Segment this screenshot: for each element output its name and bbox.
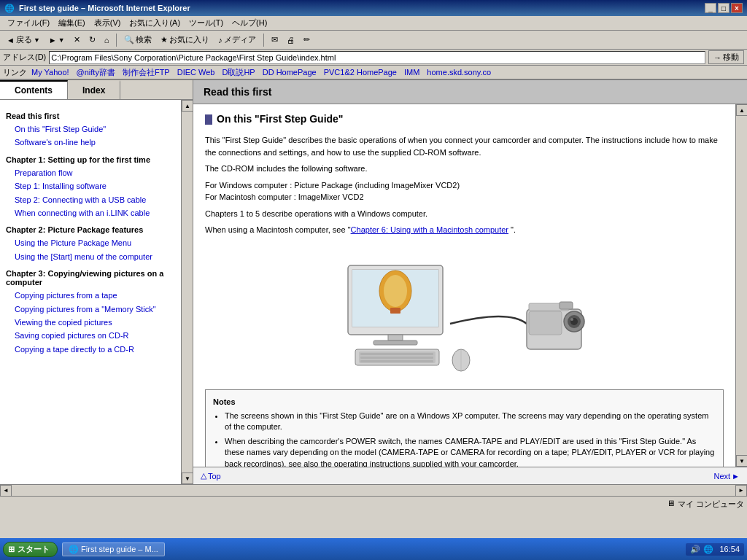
note-item-2: When describing the camcorder's POWER sw…	[225, 436, 716, 467]
edit-icon: ✏	[303, 35, 310, 44]
content-para-4: Chapters 1 to 5 describe operations with…	[205, 208, 724, 220]
menu-tools[interactable]: ツール(T)	[185, 16, 228, 30]
link-imm[interactable]: IMM	[401, 67, 422, 77]
heading-marker	[205, 114, 212, 125]
menu-edit[interactable]: 編集(E)	[54, 16, 90, 30]
refresh-icon: ↻	[89, 35, 96, 44]
sidebar-link-start-menu[interactable]: Using the [Start] menu of the computer	[6, 251, 175, 263]
sidebar-link-step2[interactable]: Step 2: Connecting with a USB cable	[6, 194, 175, 206]
favorites-button[interactable]: ★ お気に入り	[157, 32, 213, 47]
menu-favorites[interactable]: お気に入り(A)	[125, 16, 185, 30]
top-label: Top	[208, 472, 221, 481]
address-bar: アドレス(D) → 移動	[0, 50, 747, 66]
forward-button[interactable]: ► ▼	[45, 34, 69, 47]
sidebar-link-copy-tape[interactable]: Copying pictures from a tape	[6, 289, 175, 302]
sidebar-link-view-copied[interactable]: Viewing the copied pictures	[6, 316, 175, 329]
svg-rect-16	[529, 311, 562, 335]
back-button[interactable]: ◄ 戻る ▼	[3, 32, 44, 47]
status-bar: 🖥 マイ コンピュータ	[0, 496, 747, 512]
toolbar-separator-2	[263, 34, 264, 47]
search-icon: 🔍	[124, 35, 134, 44]
link-myyahoo[interactable]: My Yahoo!	[28, 67, 72, 77]
sidebar-scroll-up[interactable]: ▲	[182, 100, 193, 112]
sidebar-link-save-cdr[interactable]: Saving copied pictures on CD-R	[6, 330, 175, 342]
sidebar-link-on-guide[interactable]: On this "First Step Guide"	[6, 123, 175, 136]
minimize-button[interactable]: _	[705, 3, 716, 13]
svg-rect-7	[374, 341, 417, 345]
notes-title: Notes	[213, 396, 716, 408]
sidebar-scroll-track	[182, 112, 193, 472]
content-scroll-down[interactable]: ▼	[736, 455, 747, 467]
svg-point-4	[384, 275, 407, 307]
search-label: 検索	[136, 34, 152, 45]
refresh-button[interactable]: ↻	[85, 33, 99, 47]
sidebar-link-pkg-menu[interactable]: Using the Picture Package Menu	[6, 237, 175, 249]
sidebar-link-copy-cdr[interactable]: Copying a tape directly to a CD-R	[6, 343, 175, 356]
computer-label: マイ コンピュータ	[678, 499, 744, 510]
link-nifty[interactable]: @nifty辞書	[74, 66, 118, 79]
note-item-1: The screens shown in this "First Step Gu…	[225, 411, 716, 433]
h-scroll-left[interactable]: ◄	[0, 485, 12, 497]
content-area: Read this first On this "First Step Guid…	[193, 80, 747, 484]
sidebar-tabs: Contents Index	[0, 80, 193, 100]
toolbar: ◄ 戻る ▼ ► ▼ ✕ ↻ ⌂ 🔍 検索 ★ お気に入り ♪ メディア ✉ 🖨…	[0, 31, 747, 50]
macintosh-link[interactable]: Chapter 6: Using with a Macintosh comput…	[351, 225, 508, 234]
menu-bar: ファイル(F) 編集(E) 表示(V) お気に入り(A) ツール(T) ヘルプ(…	[0, 16, 747, 31]
menu-view[interactable]: 表示(V)	[90, 16, 125, 30]
content-para-3: For Windows computer : Picture Package (…	[205, 179, 724, 203]
address-label: アドレス(D)	[3, 52, 46, 63]
sidebar-link-step1[interactable]: Step 1: Installing software	[6, 180, 175, 192]
top-link[interactable]: △ Top	[201, 471, 221, 481]
search-button[interactable]: 🔍 検索	[120, 32, 155, 47]
link-seisaku[interactable]: 制作会社FTP	[120, 66, 173, 79]
links-label: リンク	[3, 67, 27, 78]
menu-file[interactable]: ファイル(F)	[3, 16, 54, 30]
back-dropdown[interactable]: ▼	[34, 36, 40, 44]
h-scroll-right[interactable]: ►	[735, 485, 747, 497]
link-pvc[interactable]: PVC1&2 HomePage	[321, 67, 400, 77]
home-button[interactable]: ⌂	[101, 34, 113, 47]
menu-help[interactable]: ヘルプ(H)	[228, 16, 271, 30]
link-diec[interactable]: DIEC Web	[174, 67, 218, 77]
title-bar: 🌐 First step guide – Microsoft Internet …	[0, 0, 747, 16]
link-dtori[interactable]: D取説HP	[219, 66, 258, 79]
media-button[interactable]: ♪ メディア	[214, 32, 260, 47]
sidebar-link-prep-flow[interactable]: Preparation flow	[6, 167, 175, 179]
notes-list: The screens shown in this "First Step Gu…	[213, 411, 716, 467]
sidebar-section-chapter3: Chapter 3: Copying/viewing pictures on a…	[6, 269, 175, 287]
content-heading: On this "First Step Guide"	[205, 112, 724, 127]
sidebar-section-chapter1: Chapter 1: Setting up for the first time	[6, 155, 175, 164]
link-dd[interactable]: DD HomePage	[260, 67, 320, 77]
window-title: First step guide – Microsoft Internet Ex…	[19, 4, 190, 12]
favorites-icon: ★	[160, 35, 168, 44]
mail-icon: ✉	[271, 35, 278, 44]
content-body: On this "First Step Guide" This "First S…	[193, 104, 735, 467]
link-sony[interactable]: home.skd.sony.co	[424, 67, 494, 77]
stop-icon: ✕	[74, 35, 80, 44]
sidebar-link-copy-memory[interactable]: Copying pictures from a "Memory Stick"	[6, 303, 175, 316]
forward-dropdown[interactable]: ▼	[58, 36, 65, 44]
go-label: 移動	[723, 52, 739, 63]
address-input[interactable]	[49, 51, 705, 64]
tab-index[interactable]: Index	[68, 80, 120, 99]
illustration	[205, 244, 724, 382]
media-icon: ♪	[218, 36, 222, 44]
sidebar-scroll-down[interactable]: ▼	[182, 472, 193, 484]
edit-button[interactable]: ✏	[300, 33, 314, 47]
go-button[interactable]: → 移動	[708, 50, 744, 64]
sidebar-link-ilink[interactable]: When connecting with an i.LINK cable	[6, 207, 175, 219]
content-scroll-up[interactable]: ▲	[736, 104, 747, 116]
content-para-5: When using a Macintosh computer, see "Ch…	[205, 224, 724, 236]
close-button[interactable]: ×	[731, 3, 743, 13]
mail-button[interactable]: ✉	[268, 33, 282, 47]
sidebar-link-online-help[interactable]: Software's on-line help	[6, 136, 175, 149]
next-link[interactable]: Next ►	[713, 472, 740, 481]
tab-contents[interactable]: Contents	[0, 80, 68, 99]
home-icon: ⌂	[104, 36, 109, 44]
print-button[interactable]: 🖨	[283, 34, 298, 47]
go-arrow-icon: →	[713, 53, 721, 62]
title-controls[interactable]: _ □ ×	[705, 3, 743, 13]
stop-button[interactable]: ✕	[70, 33, 84, 47]
maximize-button[interactable]: □	[718, 3, 729, 13]
computer-icon: 🖥	[667, 499, 675, 510]
